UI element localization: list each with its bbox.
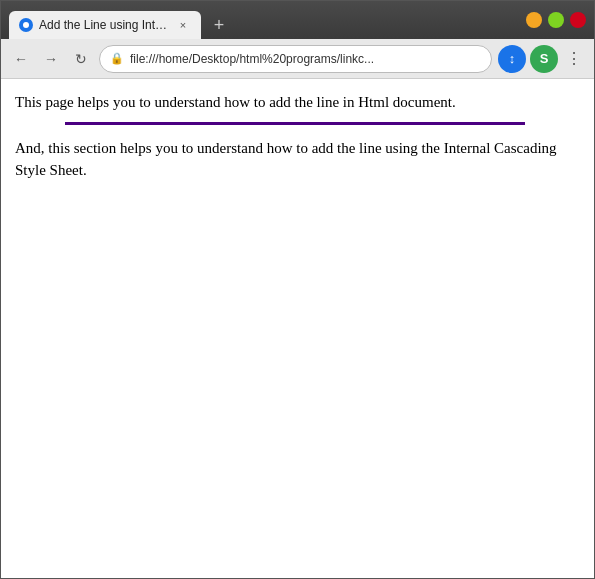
forward-button[interactable]: → bbox=[39, 47, 63, 71]
tab-favicon-icon bbox=[19, 18, 33, 32]
minimize-button[interactable] bbox=[526, 12, 542, 28]
window-controls bbox=[526, 12, 586, 28]
user-avatar[interactable]: S bbox=[530, 45, 558, 73]
section-text: And, this section helps you to understan… bbox=[15, 137, 580, 182]
address-bar[interactable]: 🔒 file:///home/Desktop/html%20programs/l… bbox=[99, 45, 492, 73]
page-content: This page helps you to understand how to… bbox=[1, 79, 594, 578]
maximize-button[interactable] bbox=[548, 12, 564, 28]
browser-toolbar: ← → ↻ 🔒 file:///home/Desktop/html%20prog… bbox=[1, 39, 594, 79]
tab-area: Add the Line using Intern × + bbox=[9, 1, 514, 39]
browser-window: Add the Line using Intern × + ← → ↻ 🔒 fi… bbox=[0, 0, 595, 579]
lock-icon: 🔒 bbox=[110, 52, 124, 65]
new-tab-button[interactable]: + bbox=[205, 11, 233, 39]
reload-button[interactable]: ↻ bbox=[69, 47, 93, 71]
back-button[interactable]: ← bbox=[9, 47, 33, 71]
profile-avatar[interactable]: ↕ bbox=[498, 45, 526, 73]
tab-close-button[interactable]: × bbox=[175, 17, 191, 33]
titlebar: Add the Line using Intern × + bbox=[1, 1, 594, 39]
intro-text: This page helps you to understand how to… bbox=[15, 91, 580, 114]
close-window-button[interactable] bbox=[570, 12, 586, 28]
toolbar-right: ↕ S ⋮ bbox=[498, 45, 586, 73]
active-tab[interactable]: Add the Line using Intern × bbox=[9, 11, 201, 39]
tab-title: Add the Line using Intern bbox=[39, 18, 169, 32]
avatar-icon: ↕ bbox=[509, 51, 516, 66]
url-text: file:///home/Desktop/html%20programs/lin… bbox=[130, 52, 481, 66]
horizontal-rule bbox=[65, 122, 525, 125]
menu-button[interactable]: ⋮ bbox=[562, 47, 586, 71]
